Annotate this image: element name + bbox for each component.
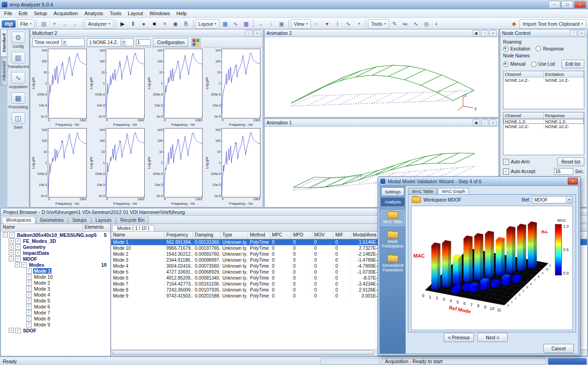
column-header-type[interactable]: Type — [220, 232, 248, 239]
view-dropdown[interactable]: View▾ — [291, 19, 311, 29]
tree-item[interactable]: +✓Geometry — [1, 244, 110, 250]
tree-item[interactable]: ✓Mode 3 — [1, 286, 110, 292]
chart-grid-layout-icon[interactable] — [192, 38, 200, 47]
pin-icon[interactable]: ▫ — [245, 30, 253, 36]
menu-item-edit[interactable]: Edit — [16, 10, 31, 17]
scrollbar-thumb[interactable] — [112, 350, 374, 355]
info-icon[interactable]: i — [333, 19, 343, 29]
tab-mac-table[interactable]: MAC Table — [408, 188, 437, 194]
reset-list-button[interactable]: Reset list — [557, 157, 584, 166]
settings-button[interactable]: Settings — [381, 187, 404, 196]
column-header-name[interactable]: Name — [111, 232, 164, 239]
edit-icon[interactable]: ✎ — [390, 19, 400, 29]
mac-3d-chart[interactable]: 0123456789101101234567891011Ref ModeMACB… — [412, 206, 551, 327]
tree-item[interactable]: ✓Mode 6 — [1, 303, 110, 309]
column-header-channel[interactable]: Channel — [503, 112, 544, 118]
column-header-mpd[interactable]: MPD — [291, 232, 312, 239]
column-header-mov[interactable]: MOV — [312, 232, 334, 239]
phase-icon[interactable]: ◔ — [354, 19, 364, 29]
float-icon[interactable]: ▣ — [473, 119, 480, 126]
sidebar-item-transducers[interactable]: ▥Transducers — [8, 52, 29, 69]
sidebar-item-config[interactable]: ⚙Config — [8, 32, 29, 49]
name-column-header[interactable]: Name — [1, 224, 83, 231]
minimize-button[interactable]: ─ — [548, 1, 560, 8]
collapse-icon[interactable]: − — [9, 256, 14, 261]
tree-item[interactable]: ✓Mode 1 — [1, 268, 110, 274]
ref-combobox[interactable]: MDOF ▾ — [532, 196, 572, 203]
analyzer-dropdown[interactable]: Analyzer▾ — [85, 19, 113, 29]
tab-recycle-bin[interactable]: Recycle Bin — [116, 217, 149, 224]
float-icon[interactable]: ▣ — [473, 30, 480, 36]
camera-icon[interactable]: ◉ — [170, 19, 181, 29]
stop-icon[interactable]: ■ — [149, 19, 159, 29]
data-type-combobox[interactable]: Time record ▾ — [32, 38, 85, 46]
tab-setups[interactable]: Setups — [68, 217, 91, 224]
wizard-nav-generalized-parameters[interactable]: Generalized Parameters — [381, 254, 405, 274]
chevron-down-icon[interactable]: ▾ — [120, 39, 126, 45]
close-icon[interactable]: × — [489, 119, 497, 126]
checkbox[interactable]: ✓ — [26, 304, 32, 309]
checkbox[interactable]: ✓ — [26, 292, 32, 298]
tab-mac-graph[interactable]: MAC Graph — [438, 188, 469, 194]
new-document-icon[interactable]: ▤ — [39, 19, 49, 29]
checkbox[interactable]: ✓ — [15, 238, 21, 244]
expand-icon[interactable]: + — [9, 328, 14, 333]
user-icon[interactable]: ☻ — [509, 19, 519, 29]
close-button[interactable]: × — [574, 1, 586, 8]
pin-icon[interactable]: ▫ — [481, 119, 488, 126]
menu-item-layout[interactable]: Layout — [124, 10, 146, 17]
table-row[interactable]: NONE.14.Z-NONE.14.Z- — [503, 78, 584, 83]
checkbox[interactable]: ✓ — [26, 322, 32, 327]
tree-item[interactable]: ✓Mode 2 — [1, 280, 110, 286]
chart-count-input[interactable] — [136, 39, 151, 46]
scope-icon[interactable]: ◎ — [421, 19, 431, 29]
checkbox[interactable]: ✓ — [15, 250, 21, 256]
checkbox[interactable]: ✓ — [26, 310, 32, 315]
tree-item[interactable]: ✓Mode 8 — [1, 315, 110, 321]
animation2-viewport[interactable]: zy — [265, 37, 498, 117]
response-radio[interactable] — [536, 46, 541, 51]
expand-icon[interactable]: + — [9, 250, 14, 255]
sidebar-tab-advanced[interactable]: Advanced — [0, 57, 7, 85]
tree-item[interactable]: ✓Mode 10 — [1, 274, 110, 280]
tree-item[interactable]: ✓Mode 7 — [1, 309, 110, 315]
auto-arm-checkbox[interactable]: ✓ — [503, 159, 509, 165]
channel-combobox[interactable]: 1:NONE.14.Z- ▾ — [87, 38, 134, 46]
edit-list-button[interactable]: Edit list — [561, 60, 584, 68]
tab-workspaces[interactable]: Workspaces — [2, 217, 35, 224]
tree-item[interactable]: +✓FE_Modes_3D — [1, 238, 110, 244]
cancel-button[interactable]: Cancel — [543, 344, 574, 353]
wizard-titlebar[interactable]: Modal Model Validation Wizard - Step 4 o… — [378, 177, 580, 185]
down-arrow-icon[interactable]: ↓ — [266, 19, 276, 29]
table-row[interactable]: NONE.10.Z-NONE.10.Z- — [503, 124, 584, 129]
sidebar-item-acquisition[interactable]: ∿Acquisition — [8, 72, 29, 89]
column-header-method[interactable]: Method — [248, 232, 270, 239]
next-arrow-icon[interactable]: → — [255, 19, 266, 29]
next-button[interactable]: Next > — [477, 333, 508, 342]
menu-item-acquisition[interactable]: Acquisition — [50, 10, 81, 17]
collapse-icon[interactable]: − — [15, 262, 20, 267]
multichart-icon[interactable]: ▦ — [220, 19, 230, 29]
chevron-down-icon[interactable]: ▾ — [61, 39, 67, 45]
sidebar-item-save[interactable]: ◫Save — [8, 112, 29, 129]
manual-radio[interactable] — [503, 62, 509, 67]
pin-icon[interactable]: ▾ — [322, 19, 332, 29]
curves-icon[interactable]: ∿ — [231, 19, 241, 29]
expand-icon[interactable]: + — [9, 244, 14, 249]
tree-item[interactable]: −✓Balken305x40x10_MESSUNG.sop55 — [1, 232, 110, 238]
tree-item[interactable]: −✓Modes10 — [1, 262, 110, 268]
start-icon[interactable]: ▶ — [118, 19, 128, 29]
column-header-excitation[interactable]: Excitation — [544, 71, 584, 77]
tab-layouts[interactable]: Layouts — [91, 217, 116, 224]
column-header-mif[interactable]: MIF — [334, 232, 351, 239]
auto-accept-seconds-input[interactable] — [554, 168, 573, 175]
tab-modes[interactable]: Modes ( 1 / 10 ) — [112, 225, 154, 231]
checkbox[interactable]: ✓ — [26, 274, 32, 280]
maximize-button[interactable]: ▢ — [561, 1, 573, 8]
configuration-button[interactable]: Configuration — [153, 38, 188, 47]
chevron-down-icon[interactable]: ▾ — [566, 197, 572, 203]
collapse-icon[interactable]: − — [3, 232, 8, 237]
zoom-icon[interactable]: ○ — [311, 19, 322, 29]
menu-item-analysis[interactable]: Analysis — [81, 10, 107, 17]
tree-item[interactable]: +✓ImpactData — [1, 250, 110, 256]
